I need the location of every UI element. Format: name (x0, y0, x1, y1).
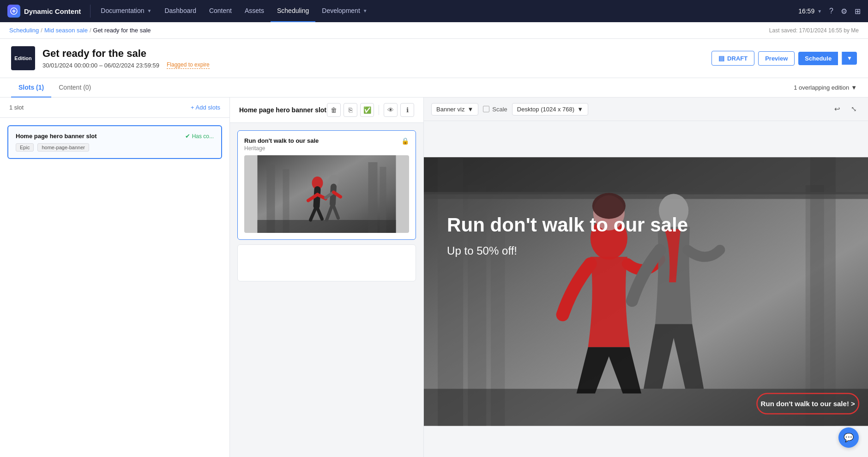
draft-icon: ▤ (718, 55, 724, 62)
edition-badge-text: Edition (14, 55, 31, 61)
nav-label-assets: Assets (245, 7, 264, 14)
nav-clock: 16:59 ▼ (798, 7, 822, 15)
scale-row: Scale (483, 106, 507, 113)
empty-content-card[interactable] (237, 244, 416, 281)
clock-arrow-icon[interactable]: ▼ (817, 9, 822, 14)
settings-icon[interactable]: ⚙ (841, 7, 847, 16)
content-cards: Run don't walk to our sale Heritage 🔒 (230, 123, 423, 289)
slot-card[interactable]: Home page hero banner slot ✔ Has co... E… (7, 125, 222, 159)
grid-icon[interactable]: ⊞ (855, 7, 861, 16)
breadcrumb-current: Get ready for the sale (93, 27, 151, 34)
check-list-icon: ✅ (363, 106, 371, 114)
header-actions: ▤ DRAFT Preview Schedule ▼ (711, 51, 857, 66)
nav-item-scheduling[interactable]: Scheduling (271, 0, 315, 22)
help-icon[interactable]: ? (829, 7, 833, 15)
viz-label: Banner viz (436, 106, 464, 113)
clock-time: 16:59 (798, 7, 814, 15)
page-meta: 30/01/2024 00:00:00 – 06/02/2024 23:59:5… (42, 61, 711, 69)
nav-label-scheduling: Scheduling (277, 7, 309, 14)
content-card-text: Run don't walk to our sale Heritage (244, 137, 319, 152)
left-panel-header: 1 slot + Add slots (0, 97, 229, 118)
device-label: Desktop (1024 x 768) (517, 106, 574, 113)
preview-button[interactable]: Preview (758, 51, 795, 66)
edition-badge: Edition (11, 46, 35, 70)
view-button[interactable]: 👁 (384, 103, 398, 117)
breadcrumb: Scheduling / Mid season sale / Get ready… (0, 22, 868, 39)
tab-slots-label: Slots (1) (18, 84, 44, 91)
check-icon: ✔ (185, 133, 190, 140)
scale-checkbox[interactable] (483, 106, 489, 112)
page-title-block: Get ready for the sale 30/01/2024 00:00:… (42, 48, 711, 69)
nav-label-content: Content (209, 7, 232, 14)
chevron-down-icon-schedule: ▼ (847, 55, 852, 61)
undo-button[interactable]: ↩ (830, 102, 844, 116)
chevron-down-icon-device: ▼ (577, 106, 583, 113)
app-logo[interactable]: Dynamic Content (7, 5, 81, 18)
content-card[interactable]: Run don't walk to our sale Heritage 🔒 (237, 130, 416, 240)
tab-content[interactable]: Content (0) (51, 78, 98, 97)
nav-item-development[interactable]: Development ▼ (315, 0, 374, 22)
svg-line-14 (333, 187, 334, 204)
schedule-label: Schedule (805, 55, 832, 62)
copy-icon: ⎘ (349, 106, 352, 114)
add-slots-button[interactable]: + Add slots (191, 104, 220, 111)
breadcrumb-scheduling[interactable]: Scheduling (9, 27, 39, 34)
svg-text:Run don't walk to our sale: Run don't walk to our sale (447, 214, 688, 236)
schedule-button[interactable]: Schedule (798, 52, 838, 65)
preview-area: Run don't walk to our sale Up to 50% off… (424, 121, 868, 457)
svg-rect-6 (258, 220, 396, 233)
info-button[interactable]: ℹ (400, 103, 414, 117)
svg-text:Run don't walk to our sale! >: Run don't walk to our sale! > (761, 400, 855, 408)
top-navigation: Dynamic Content Documentation ▼ Dashboar… (0, 0, 868, 22)
tab-slots[interactable]: Slots (1) (11, 78, 51, 97)
nav-item-documentation[interactable]: Documentation ▼ (94, 0, 158, 22)
svg-rect-25 (424, 157, 868, 194)
draft-button[interactable]: ▤ DRAFT (711, 51, 754, 66)
nav-item-assets[interactable]: Assets (238, 0, 271, 22)
overlapping-edition[interactable]: 1 overlapping edition ▼ (794, 84, 857, 91)
svg-rect-26 (424, 192, 868, 199)
schedule-dropdown-button[interactable]: ▼ (842, 52, 857, 65)
content-card-header: Run don't walk to our sale Heritage 🔒 (244, 137, 409, 152)
expand-button[interactable]: ⤡ (847, 102, 861, 116)
device-selector[interactable]: Desktop (1024 x 768) ▼ (512, 103, 588, 116)
banner-preview-svg: Run don't walk to our sale Up to 50% off… (424, 121, 868, 457)
slot-card-header: Home page hero banner slot ✔ Has co... (16, 133, 214, 140)
svg-text:Up to 50% off!: Up to 50% off! (447, 244, 517, 257)
slot-detail-title: Home page hero banner slot (239, 106, 326, 114)
last-saved-text: Last saved: 17/01/2024 16:55 by Me (769, 27, 859, 34)
scale-label: Scale (492, 106, 507, 113)
tag-home-page-banner: home-page-banner (37, 143, 89, 152)
chevron-down-icon-dev: ▼ (363, 8, 368, 13)
page-title: Get ready for the sale (42, 48, 711, 60)
chat-icon: 💬 (844, 433, 854, 443)
nav-divider (90, 5, 90, 18)
content-card-subtitle: Heritage (244, 145, 319, 152)
delete-button[interactable]: 🗑 (327, 103, 341, 117)
nav-label-dashboard: Dashboard (164, 7, 196, 14)
has-content-badge: ✔ Has co... (185, 133, 214, 140)
right-panel-icons: ↩ ⤡ (830, 102, 861, 116)
app-name: Dynamic Content (24, 7, 81, 15)
preview-label: Preview (765, 55, 788, 62)
draft-label: DRAFT (727, 55, 747, 62)
right-panel-header: Banner viz ▼ Scale Desktop (1024 x 768) … (424, 97, 868, 121)
chat-button[interactable]: 💬 (838, 427, 859, 448)
date-range: 30/01/2024 00:00:00 – 06/02/2024 23:59:5… (42, 62, 159, 69)
page-header: Edition Get ready for the sale 30/01/202… (0, 39, 868, 78)
center-header-icons: 🗑 ⎘ ✅ 👁 ℹ (327, 103, 414, 117)
breadcrumb-midsale[interactable]: Mid season sale (44, 27, 88, 34)
viz-selector[interactable]: Banner viz ▼ (431, 103, 478, 116)
chevron-down-icon-overlap: ▼ (851, 84, 857, 91)
center-panel: Home page hero banner slot 🗑 ⎘ ✅ 👁 ℹ (230, 97, 424, 457)
tab-content-label: Content (0) (59, 84, 91, 91)
check-approve-button[interactable]: ✅ (360, 103, 374, 117)
has-content-label: Has co... (192, 133, 214, 140)
nav-label-documentation: Documentation (101, 7, 144, 14)
flagged-badge[interactable]: Flagged to expire (167, 61, 210, 69)
tag-epic: Epic (16, 143, 34, 152)
nav-item-dashboard[interactable]: Dashboard (158, 0, 203, 22)
duplicate-button[interactable]: ⎘ (344, 103, 357, 117)
content-card-title: Run don't walk to our sale (244, 137, 319, 144)
nav-item-content[interactable]: Content (203, 0, 238, 22)
